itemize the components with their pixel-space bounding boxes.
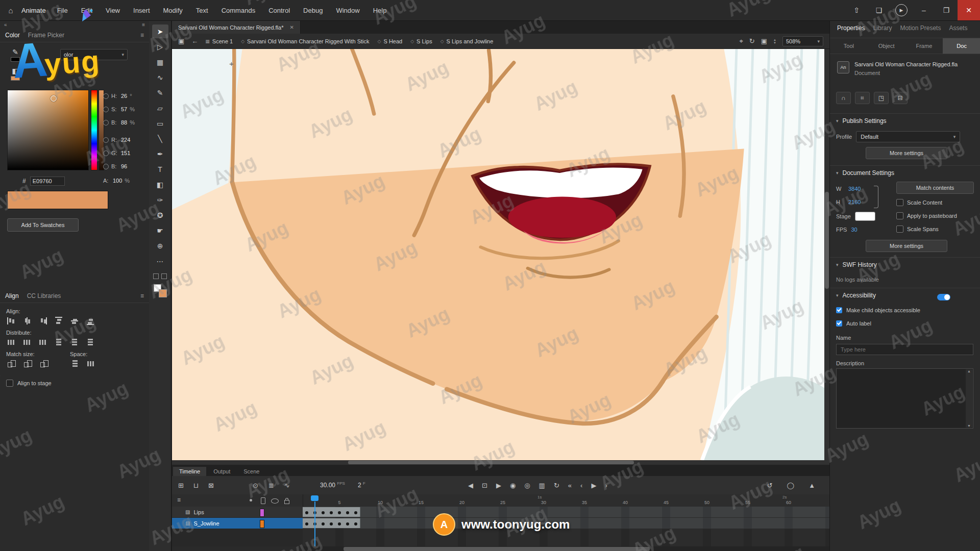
workspace-icon[interactable]: ❏ (868, 0, 890, 20)
tab-output[interactable]: Output (207, 467, 236, 476)
tab-assets[interactable]: Assets (949, 24, 967, 32)
document-settings-header[interactable]: ▾ Document Settings (836, 169, 894, 177)
graph-editor-icon[interactable]: ∿ (284, 482, 290, 489)
space-vertical-icon[interactable] (71, 360, 79, 368)
keyframe-cell[interactable] (344, 507, 352, 517)
width-value[interactable]: 3840 (848, 186, 861, 192)
layer-s_jowline[interactable]: ▨S_Jowline (172, 518, 303, 529)
fill-color-chip[interactable] (11, 76, 20, 81)
playhead[interactable] (311, 495, 318, 501)
menu-text[interactable]: Text (196, 7, 208, 14)
lasso-tool[interactable]: ∿ (152, 70, 168, 84)
distribute-right-icon[interactable] (87, 338, 94, 346)
play-icon[interactable]: ▶ (591, 482, 596, 489)
keyframe-cell[interactable] (319, 518, 328, 528)
panel-menu-icon[interactable]: ≡ (140, 292, 144, 299)
clip-content-icon[interactable]: ▣ (761, 37, 767, 45)
back-icon[interactable]: ← (191, 37, 198, 45)
description-textarea[interactable] (836, 368, 973, 429)
radio-icon[interactable] (103, 151, 109, 156)
stroke-color-control[interactable]: ✎ (6, 48, 24, 62)
guides-icon[interactable]: ◳ (874, 92, 889, 104)
pen-tool[interactable]: ✒ (152, 147, 168, 161)
rotate-view-icon[interactable]: ↻ (749, 37, 755, 45)
stepper-down-icon[interactable]: ▼ (773, 41, 776, 44)
panel-menu-icon[interactable]: ≡ (140, 32, 144, 39)
keyframe-cell[interactable] (327, 507, 336, 517)
keyframe-cell[interactable] (335, 507, 344, 517)
add-to-swatches-button[interactable]: Add To Swatches (7, 218, 79, 232)
radio-icon[interactable] (103, 107, 109, 112)
keyframe-cell[interactable] (303, 518, 311, 528)
hex-input[interactable] (30, 177, 65, 186)
space-horizontal-icon[interactable] (87, 360, 95, 367)
share-icon[interactable]: ⇧ (845, 0, 868, 20)
align-to-stage-control[interactable]: Align to stage (6, 380, 149, 387)
radio-icon[interactable] (103, 120, 109, 126)
stroke-fill-swatches[interactable] (154, 284, 167, 297)
breadcrumb-item[interactable]: ◇Sarvani Old Woman Character Rigged With… (241, 38, 369, 44)
menu-control[interactable]: Control (268, 7, 290, 14)
subtab-tool[interactable]: Tool (830, 38, 868, 54)
frame-grid[interactable] (303, 507, 829, 529)
zoom-level-dropdown[interactable]: 508% ▾ (782, 36, 823, 46)
tab-frame-picker[interactable]: Frame Picker (28, 32, 64, 39)
scale-content-control[interactable]: Scale Content (896, 199, 942, 206)
paint-bucket-tool[interactable]: ◧ (152, 178, 168, 191)
document-more-settings-button[interactable]: More settings (866, 240, 947, 252)
checkbox-checked-icon[interactable] (836, 307, 842, 313)
match-width-icon[interactable] (7, 360, 16, 367)
breadcrumb-item[interactable]: ◇S Lips and Jowline (440, 38, 494, 44)
distribute-top-icon[interactable] (7, 339, 15, 346)
breadcrumb-item[interactable]: ◇S Lips (410, 38, 432, 44)
current-frame-display[interactable]: 2 F (358, 481, 365, 489)
insert-frame-icon[interactable]: ⊡ (482, 482, 487, 489)
layer-color-chip[interactable] (260, 520, 264, 528)
eyedropper-tool[interactable]: ✑ (152, 193, 168, 207)
profile-dropdown[interactable]: Default ▾ (856, 131, 960, 142)
keyframe-cell[interactable] (303, 507, 311, 517)
insert-keyframe-icon[interactable]: ⊞ (178, 482, 184, 489)
default-colors-icon[interactable] (153, 273, 159, 279)
document-tab[interactable]: Sarvani Old Woman Character Rigged.fla* … (172, 20, 301, 34)
menu-view[interactable]: View (106, 7, 120, 14)
timeline-zoom-knob[interactable]: ◯ (787, 482, 795, 489)
app-name[interactable]: Animate (21, 7, 46, 14)
reset-timeline-zoom-icon[interactable]: ↺ (767, 482, 773, 489)
free-transform-tool[interactable]: ▦ (152, 55, 168, 69)
radio-icon[interactable] (103, 164, 109, 169)
subtab-frame[interactable]: Frame (905, 38, 943, 54)
hand-tool[interactable]: ☛ (152, 223, 168, 237)
stage-color-swatch[interactable] (855, 212, 875, 221)
device-column-icon[interactable] (261, 497, 265, 504)
visibility-column-icon[interactable] (271, 498, 279, 504)
scroll-down-icon[interactable]: ▼ (967, 424, 971, 428)
hue-slider[interactable] (91, 90, 97, 170)
scale-spans-control[interactable]: Scale Spans (896, 226, 939, 233)
subtab-object[interactable]: Object (868, 38, 905, 54)
stage-canvas[interactable]: + (172, 49, 829, 460)
fill-swatch[interactable] (159, 289, 167, 297)
swf-history-header[interactable]: ▾ SWF History (836, 261, 877, 268)
next-keyframe-icon[interactable]: ▶ (496, 482, 501, 489)
match-height-icon[interactable] (23, 360, 32, 367)
highlight-column-icon[interactable] (250, 499, 252, 502)
radio-icon[interactable] (103, 137, 109, 143)
r-value[interactable]: 224 (121, 137, 130, 143)
checkbox-unchecked-icon[interactable] (896, 199, 903, 206)
selection-tool[interactable]: ➤ (152, 24, 168, 38)
stroke-color-chip[interactable] (11, 57, 20, 62)
menu-debug[interactable]: Debug (303, 7, 323, 14)
textarea-scrollbar[interactable]: ▲ ▼ (966, 369, 972, 428)
tab-cc-libraries[interactable]: CC Libraries (27, 292, 61, 299)
rectangle-tool[interactable]: ▭ (152, 116, 168, 130)
checkbox-unchecked-icon[interactable] (896, 212, 903, 219)
scrollbar-thumb[interactable] (348, 461, 634, 464)
go-to-start-icon[interactable]: « (568, 482, 572, 489)
previous-keyframe-icon[interactable]: ◀ (468, 482, 473, 489)
fps-display[interactable]: 30.00 FPS (320, 481, 345, 489)
maximize-button[interactable]: ❐ (935, 0, 958, 20)
fps-value[interactable]: 30 (851, 227, 857, 233)
align-left-icon[interactable] (7, 317, 15, 324)
scrollbar-thumb[interactable] (344, 547, 650, 551)
